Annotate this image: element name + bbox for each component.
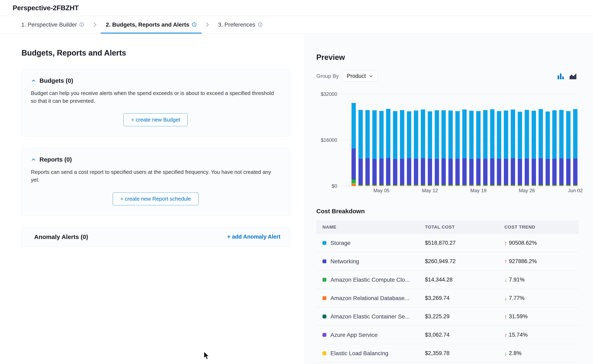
product-name: Networking — [330, 258, 359, 265]
table-row[interactable]: Amazon Elastic Container Se...$3,225.29↑… — [316, 307, 579, 326]
chart-bar[interactable] — [365, 94, 370, 186]
add-anomaly-alert-link[interactable]: + add Anomaly Alert — [227, 234, 280, 240]
chart-bar[interactable] — [504, 94, 508, 186]
bar-segment — [379, 111, 384, 158]
bar-segment — [407, 186, 411, 186]
table-row[interactable]: Networking$260,949.72↑927886.2% — [316, 252, 579, 271]
chart-bar[interactable] — [421, 94, 425, 186]
tab-budgets-reports-alerts[interactable]: 2. Budgets, Reports and Alerts — [101, 16, 201, 33]
bar-segment — [559, 158, 564, 184]
chart-bar[interactable] — [414, 94, 418, 186]
chart-bar[interactable] — [428, 94, 432, 186]
chart-bar[interactable] — [518, 94, 522, 186]
tab-perspective-builder[interactable]: 1. Perspective Builder — [16, 16, 89, 33]
info-icon[interactable] — [192, 22, 197, 27]
chart-bar[interactable] — [441, 94, 446, 186]
create-budget-button[interactable]: + create new Budget — [124, 113, 187, 126]
bar-segment — [559, 110, 564, 158]
bar-segment — [421, 158, 425, 184]
chart-bar[interactable] — [566, 94, 571, 186]
create-report-schedule-button[interactable]: + create new Report schedule — [113, 192, 199, 205]
chart-bar[interactable] — [462, 94, 467, 186]
bar-segment — [532, 186, 536, 186]
anomaly-card-header[interactable]: Anomaly Alerts (0) — [31, 234, 88, 240]
bar-segment — [559, 186, 564, 186]
legend-swatch — [322, 260, 326, 263]
area-chart-icon[interactable] — [569, 72, 577, 80]
total-cost: $3,225.29 — [425, 313, 504, 320]
chart-bar[interactable] — [393, 94, 397, 186]
info-icon[interactable] — [258, 22, 263, 27]
cost-breakdown-table: NAME TOTAL COST COST TREND Storage$518,8… — [316, 221, 579, 363]
bar-segment — [518, 186, 522, 186]
chart-bar[interactable] — [552, 94, 557, 186]
budgets-card-title: Budgets (0) — [40, 77, 73, 84]
bar-segment — [393, 159, 397, 184]
budgets-card-header[interactable]: Budgets (0) — [31, 77, 280, 84]
table-row[interactable]: Elastic Load Balancing$2,359.78↓2.8% — [316, 344, 579, 363]
chart-bar[interactable] — [511, 94, 515, 186]
table-row[interactable]: Storage$518,870.27↑90508.62% — [316, 234, 579, 252]
chevron-up-icon[interactable] — [31, 78, 36, 83]
tab-preferences[interactable]: 3. Preferences — [213, 16, 267, 33]
bar-segment — [525, 158, 529, 184]
group-by-select[interactable]: Product — [342, 71, 378, 82]
chart-bar[interactable] — [455, 94, 460, 186]
bar-segment — [552, 159, 557, 185]
bar-segment — [532, 159, 536, 185]
bar-segment — [462, 186, 467, 186]
chevron-up-icon[interactable] — [31, 157, 36, 162]
trend-percentage: 90508.62% — [509, 240, 537, 246]
bar-segment — [441, 158, 446, 184]
bar-segment — [483, 186, 487, 186]
table-row[interactable]: Azure App Service$3,062.74↑15.74% — [316, 326, 579, 344]
chart-bar[interactable] — [359, 94, 363, 186]
y-axis-label: $32000 — [321, 91, 337, 97]
bar-segment — [386, 109, 390, 158]
chart-bar[interactable] — [532, 94, 536, 186]
bar-segment — [379, 186, 384, 186]
chart-bar[interactable] — [448, 94, 453, 186]
bar-segment — [552, 110, 557, 158]
bar-segment — [539, 109, 543, 158]
chart-bar[interactable] — [539, 94, 543, 186]
bar-segment — [497, 186, 501, 186]
bar-segment — [455, 159, 460, 184]
bar-segment — [573, 109, 578, 158]
info-icon[interactable] — [79, 22, 84, 27]
chart-bar[interactable] — [546, 94, 550, 186]
chart-bar[interactable] — [469, 94, 473, 186]
chart-bar[interactable] — [352, 94, 356, 186]
name-cell: Elastic Load Balancing — [322, 350, 425, 357]
bar-segment — [448, 186, 453, 186]
reports-card-header[interactable]: Reports (0) — [31, 156, 280, 163]
bar-chart-icon[interactable] — [557, 72, 565, 80]
chart-bar[interactable] — [476, 94, 480, 186]
chart-bar[interactable] — [497, 94, 501, 186]
chart-bar[interactable] — [372, 94, 377, 186]
trend-up-icon: ↑ — [505, 332, 507, 338]
chart-bar[interactable] — [559, 94, 564, 186]
bar-segment — [546, 111, 550, 159]
name-cell: Amazon Relational Database... — [322, 295, 425, 301]
chart-bar[interactable] — [483, 94, 487, 186]
cost-trend: ↓7.77% — [505, 295, 579, 301]
reports-description: Reports can send a cost report to specif… — [31, 168, 279, 184]
bar-segment — [414, 186, 418, 186]
bar-segment — [476, 158, 480, 184]
legend-swatch — [322, 333, 326, 337]
chart-bar[interactable] — [490, 94, 494, 186]
bar-segment — [504, 159, 508, 185]
chart-bar[interactable] — [573, 94, 578, 186]
table-row[interactable]: Amazon Elastic Compute Clo...$14,344.28↓… — [316, 271, 579, 289]
chart-bar[interactable] — [400, 94, 404, 186]
chart-bar[interactable] — [386, 94, 390, 186]
chart-bar[interactable] — [379, 94, 384, 186]
table-row[interactable]: Amazon Relational Database...$3,269.74↓7… — [316, 289, 579, 307]
chart-bar[interactable] — [435, 94, 439, 186]
chart-bar[interactable] — [525, 94, 529, 186]
cost-breakdown-title: Cost Breakdown — [316, 208, 579, 215]
bar-segment — [490, 109, 494, 158]
reports-card: Reports (0) Reports can send a cost repo… — [21, 148, 290, 215]
chart-bar[interactable] — [407, 94, 411, 186]
